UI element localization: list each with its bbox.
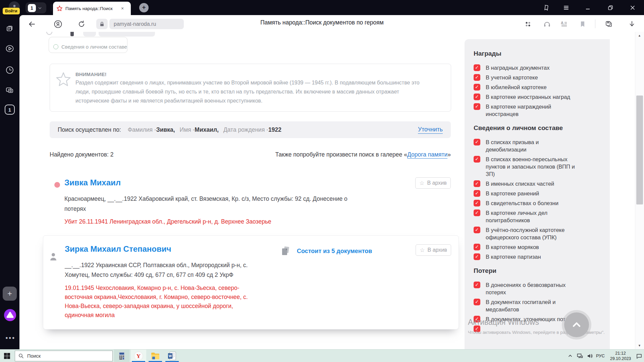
side-panel-icon[interactable] xyxy=(542,4,550,12)
tray-expand-icon[interactable] xyxy=(566,350,575,362)
checkbox-checked[interactable] xyxy=(474,190,480,197)
checkbox-checked[interactable] xyxy=(474,282,480,288)
filter-label[interactable]: В картотеке ранений xyxy=(486,190,576,197)
checkbox-checked[interactable] xyxy=(474,227,480,233)
filter-label[interactable]: В наградных документах xyxy=(486,64,576,71)
volume-icon[interactable] xyxy=(585,350,595,362)
filter-label[interactable]: В списках призыва и демобилизации xyxy=(486,138,576,153)
address-bar[interactable]: pamyat-naroda.ru xyxy=(109,19,184,29)
filter-row[interactable]: В картотеке моряков xyxy=(474,243,602,251)
taskbar-yandex-browser-button[interactable]: Y xyxy=(131,350,146,362)
alice-assistant-button[interactable] xyxy=(4,309,16,321)
filter-label[interactable]: В свидетельствах о болезни xyxy=(486,199,576,207)
filter-row[interactable]: В картотеке иностранных наград xyxy=(474,93,602,101)
filter-row[interactable]: В наградных документах xyxy=(474,64,602,71)
radio-icon[interactable] xyxy=(53,44,58,49)
filter-row[interactable]: В свидетельствах о болезни xyxy=(474,199,602,207)
history-clock-icon[interactable] xyxy=(4,64,15,76)
taskbar-word-button[interactable]: W xyxy=(164,350,180,362)
reload-icon[interactable] xyxy=(76,19,87,29)
filter-row[interactable]: В картотеке личных дел политработников xyxy=(474,209,602,224)
filter-label[interactable]: В картотеке личных дел политработников xyxy=(486,209,576,224)
filter-row[interactable]: В юбилейной картотеке xyxy=(474,83,602,91)
close-button[interactable] xyxy=(629,4,637,12)
docs-count-link[interactable]: Состоит из 5 документов xyxy=(297,248,372,255)
login-badge[interactable]: Войти xyxy=(3,8,20,14)
archive-button[interactable]: ☆ В архив xyxy=(416,244,451,256)
sidebar-more-icon[interactable]: ●●● xyxy=(5,335,15,340)
filter-label[interactable]: В учётно-послужной картотеке офицерского… xyxy=(486,226,576,241)
restore-button[interactable] xyxy=(606,4,614,12)
lock-icon[interactable] xyxy=(96,19,108,29)
checkbox-checked[interactable] xyxy=(474,244,480,250)
checkbox-checked[interactable] xyxy=(474,180,480,187)
checkbox-checked[interactable] xyxy=(474,103,480,110)
scrollbar[interactable]: ▲ ▼ xyxy=(635,32,644,349)
video-play-icon[interactable] xyxy=(4,43,15,54)
scrollbar-thumb[interactable] xyxy=(636,96,643,204)
minimize-button[interactable] xyxy=(584,4,592,12)
filter-label[interactable]: В картотеке награждений иностранцев xyxy=(486,103,576,118)
filter-label[interactable]: В списках военно-пересыльных пунктов и з… xyxy=(486,156,576,178)
filter-row[interactable]: В учетной картотеке xyxy=(474,74,602,81)
filter-row[interactable]: В донесениях о безвозвратных потерях xyxy=(474,281,602,296)
downloads-icon[interactable] xyxy=(627,19,637,29)
checkbox-checked[interactable] xyxy=(474,64,480,71)
result-name-link[interactable]: Зивка Михаил xyxy=(64,178,121,187)
checkbox-checked[interactable] xyxy=(474,94,480,100)
filter-label[interactable]: В донесениях о безвозвратных потерях xyxy=(486,281,576,296)
refine-link[interactable]: Уточнить xyxy=(418,126,443,134)
checkbox-checked[interactable] xyxy=(474,253,480,260)
personnel-radio-option[interactable]: Сведения о личном составе xyxy=(49,37,127,53)
tab-close-icon[interactable]: × xyxy=(121,6,124,11)
result-card[interactable]: Зирка Михаил Степанович Состоит из 5 док… xyxy=(43,235,459,329)
collections-icon[interactable] xyxy=(604,19,614,29)
filter-row[interactable]: В списках призыва и демобилизации xyxy=(474,138,602,153)
action-center-icon[interactable] xyxy=(634,350,644,362)
start-button[interactable] xyxy=(3,352,11,361)
taskbar-calculator-button[interactable] xyxy=(114,350,129,362)
new-tab-button[interactable]: + xyxy=(139,3,149,12)
reader-mode-icon[interactable]: A xyxy=(559,19,569,29)
scroll-to-top-button[interactable] xyxy=(564,312,589,337)
filter-label[interactable]: В именных списках частей xyxy=(486,180,576,187)
checkbox-checked[interactable] xyxy=(474,74,480,81)
sidebar-add-button[interactable]: + xyxy=(3,287,17,301)
feed-icon[interactable] xyxy=(4,23,15,34)
checkbox-checked[interactable] xyxy=(474,299,480,305)
taskbar-explorer-button[interactable] xyxy=(148,350,163,362)
scroll-up-icon[interactable]: ▲ xyxy=(638,34,641,37)
network-icon[interactable] xyxy=(575,350,585,362)
yandex-services-icon[interactable] xyxy=(53,19,63,29)
extensions-grid-icon[interactable] xyxy=(523,19,533,29)
gallery-link[interactable]: Дорога памяти xyxy=(407,151,447,159)
checkbox-checked[interactable] xyxy=(474,156,480,163)
checkbox-checked[interactable] xyxy=(474,84,480,90)
filter-row[interactable]: В картотеке ранений xyxy=(474,190,602,197)
checkbox-checked[interactable] xyxy=(474,200,480,206)
taskbar-clock[interactable]: 21:12 29.10.2023 xyxy=(604,351,637,361)
headphones-icon[interactable] xyxy=(542,19,552,29)
filter-label[interactable]: В учетной картотеке xyxy=(486,74,576,81)
bookmark-flag-icon[interactable] xyxy=(578,19,588,29)
tab-pamyat-naroda[interactable]: Память народа::Поиск × xyxy=(53,2,131,15)
scroll-down-icon[interactable]: ▼ xyxy=(638,344,641,347)
checkbox-checked[interactable] xyxy=(474,139,480,145)
menu-icon[interactable] xyxy=(562,4,570,12)
filter-row[interactable]: В учётно-послужной картотеке офицерского… xyxy=(474,226,602,241)
tabs-panel-button[interactable]: 1 xyxy=(5,105,15,115)
filter-label[interactable]: В картотеке иностранных наград xyxy=(486,93,576,101)
screenshot-icon[interactable] xyxy=(4,84,15,96)
filter-row[interactable]: В именных списках частей xyxy=(474,180,602,187)
filter-label[interactable]: В картотеке моряков xyxy=(486,243,576,251)
filter-label[interactable]: В картотеке партизан xyxy=(486,253,576,260)
archive-button[interactable]: ☆ В архив xyxy=(415,177,451,189)
taskbar-search-input[interactable]: Поиск xyxy=(15,351,113,361)
filter-row[interactable]: В картотеке партизан xyxy=(474,253,602,260)
back-button[interactable] xyxy=(27,19,37,29)
checkbox-checked[interactable] xyxy=(474,209,480,216)
filter-row[interactable]: В документах госпиталей и медсанбатов xyxy=(474,298,602,313)
result-name-link[interactable]: Зирка Михаил Степанович xyxy=(65,244,171,254)
filter-row[interactable]: В картотеке награждений иностранцев xyxy=(474,103,602,118)
filter-label[interactable]: В документах госпиталей и медсанбатов xyxy=(486,298,576,313)
